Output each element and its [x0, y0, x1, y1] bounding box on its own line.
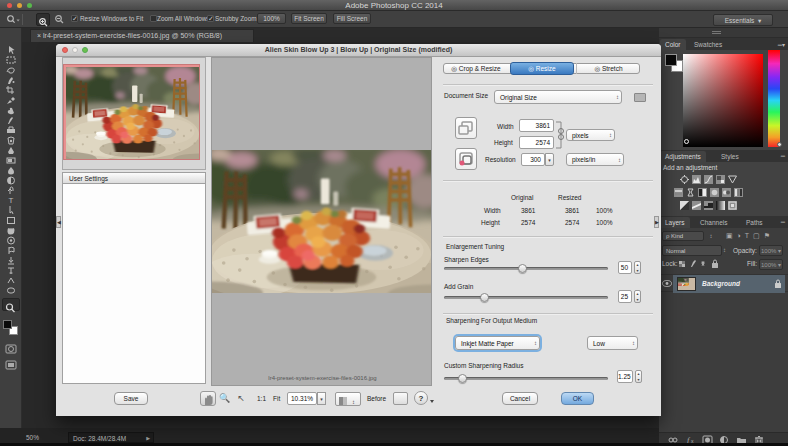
svg-text:↕: ↕	[352, 399, 355, 405]
